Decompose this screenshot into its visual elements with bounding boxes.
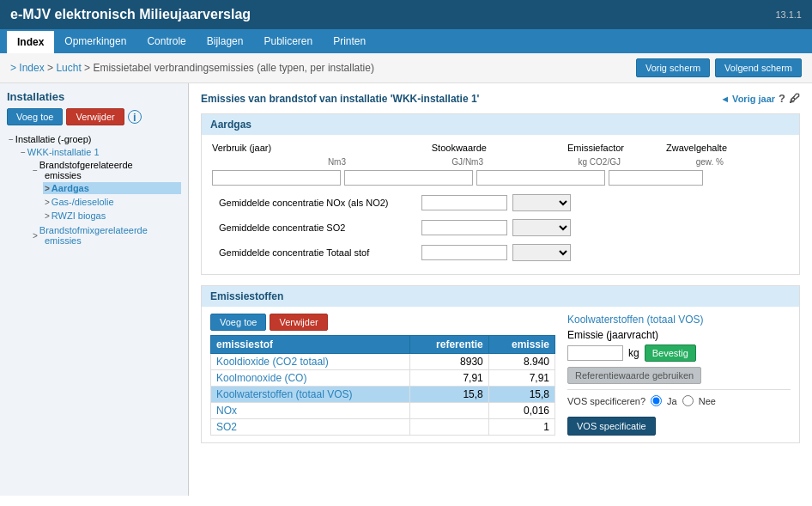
cell-emissiestof[interactable]: Koolwaterstoffen (totaal VOS) (211, 387, 410, 403)
breadcrumb-link[interactable]: > Index (10, 62, 45, 74)
th-referentie: referentie (410, 336, 489, 354)
remove-emissie-button[interactable]: Verwijder (270, 314, 327, 331)
vos-specificeren-label: VOS specificeren? (567, 396, 645, 406)
emissie-section: Voeg toe Verwijder emissiestof referenti… (210, 314, 791, 436)
emissie-right-panel: Koolwaterstoffen (totaal VOS) Emissie (j… (567, 314, 791, 436)
tree-gasdieselolie[interactable]: > Gas-/dieselolie (43, 196, 181, 208)
vos-ja-radio[interactable] (651, 395, 662, 406)
conc-so2-row: Gemiddelde concentratie SO2 mg/Nm3 mg/m3… (210, 217, 791, 238)
tree-brandstofmix[interactable]: > Brandstofmixgerelateerde emissies (31, 224, 181, 247)
cell-emissie: 15,8 (488, 387, 554, 403)
conc-so2-input[interactable] (421, 220, 507, 235)
table-row[interactable]: Koolwaterstoffen (totaal VOS) 15,8 15,8 (211, 387, 555, 403)
nav-printen[interactable]: Printen (323, 29, 376, 53)
sidebar-title: Installaties (7, 90, 181, 103)
verbruik-input[interactable]: 5.000 (212, 170, 341, 186)
cell-emissiestof[interactable]: Kooldioxide (CO2 totaal) (211, 354, 410, 370)
nav-bijlagen[interactable]: Bijlagen (197, 29, 254, 53)
unit-nm3: Nm3 (212, 155, 349, 168)
conc-totaal-input[interactable] (421, 245, 507, 260)
vos-nee-label: Nee (699, 396, 716, 406)
tree-rwzi-biogas[interactable]: > RWZI biogas (43, 210, 181, 222)
tree-installatie-group[interactable]: − Installatie (-groep) (7, 133, 181, 145)
emissiestoffen-header: Emissiestoffen (202, 286, 799, 307)
emissiestoffen-table: emissiestof referentie emissie Kooldioxi… (210, 335, 555, 436)
aardgas-card-header: Aardgas (202, 114, 799, 135)
emissiefactor-input[interactable]: 56,4 (476, 170, 605, 186)
edit-icon[interactable]: 🖊 (789, 92, 800, 105)
conc-so2-select[interactable]: mg/Nm3 mg/m3 g/GJ (512, 219, 571, 236)
emissie-btn-row: Voeg toe Verwijder (210, 314, 555, 331)
prev-screen-button[interactable]: Vorig scherm (636, 58, 710, 77)
cell-referentie (410, 419, 489, 436)
cell-emissie: 8.940 (488, 354, 554, 370)
cell-emissiestof[interactable]: SO2 (211, 419, 410, 436)
header: e-MJV elektronisch Milieujaarverslag 13.… (0, 0, 812, 29)
cell-referentie: 8930 (410, 354, 489, 370)
cell-emissie: 0,016 (488, 403, 554, 419)
emissie-jaarvracht-label: Emissie (jaarvracht) (567, 329, 791, 341)
aardgas-card: Aardgas Verbruik (jaar) Stookwaarde Emis… (201, 113, 800, 275)
col-verbruik-label: Verbruik (jaar) (212, 142, 349, 154)
conc-totaal-row: Gemiddelde concentratie Totaal stof mg/N… (210, 242, 791, 263)
tree-item-wkk: − WKK-installatie 1 − Brandstofgerelatee… (19, 145, 181, 248)
tree-item-brandstof: − Brandstofgerelateerde emissies > Aardg… (31, 158, 181, 223)
vos-ja-label: Ja (667, 396, 677, 406)
nav-index[interactable]: Index (7, 29, 54, 53)
info-icon[interactable]: i (128, 110, 142, 124)
remove-installation-button[interactable]: Verwijder (66, 108, 124, 125)
table-row[interactable]: NOx 0,016 (211, 403, 555, 419)
emissiestoffen-card: Emissiestoffen Voeg toe Verwijder emissi… (201, 285, 800, 443)
unit-gjnm3: GJ/Nm3 (349, 155, 487, 168)
conc-nox-row: Gemiddelde concentratie NOx (als NO2) mg… (210, 192, 791, 213)
conc-nox-input[interactable] (421, 195, 507, 210)
table-row[interactable]: SO2 1 (211, 419, 555, 436)
conc-nox-label: Gemiddelde concentratie NOx (als NO2) (219, 198, 416, 208)
prev-year-link[interactable]: ◄ Vorig jaar (720, 94, 775, 104)
breadcrumb-text: > Index > Lucht > Emissietabel verbrandi… (10, 62, 374, 74)
col-zwavelgehalte-label: Zwavelgehalte (624, 142, 727, 154)
main-layout: Installaties Voeg toe Verwijder i − Inst… (0, 83, 812, 496)
zwavelgehalte-input[interactable] (609, 170, 703, 186)
next-screen-button[interactable]: Volgend scherm (715, 58, 802, 77)
vos-specificeren-group: VOS specificeren? Ja Nee (567, 395, 791, 406)
installation-tree: − Installatie (-groep) − WKK-installatie… (7, 132, 181, 249)
sidebar: Installaties Voeg toe Verwijder i − Inst… (0, 83, 189, 496)
cell-emissiestof[interactable]: Koolmonoxide (CO) (211, 370, 410, 387)
stookwaarde-input[interactable]: 0,03165 (344, 170, 473, 186)
conc-totaal-select[interactable]: mg/Nm3 mg/m3 g/GJ (512, 244, 571, 261)
table-row[interactable]: Koolmonoxide (CO) 7,91 7,91 (211, 370, 555, 387)
unit-gew: gew. % (624, 155, 727, 168)
app-title: e-MJV elektronisch Milieujaarverslag (10, 7, 251, 22)
sidebar-btn-row: Voeg toe Verwijder i (7, 108, 181, 125)
add-emissie-button[interactable]: Voeg toe (210, 314, 266, 331)
cell-emissie: 1 (488, 419, 554, 436)
nav-publiceren[interactable]: Publiceren (253, 29, 323, 53)
bevestig-button[interactable]: Bevestig (645, 344, 696, 362)
conc-nox-select[interactable]: mg/Nm3 mg/m3 g/GJ (512, 194, 571, 211)
add-installation-button[interactable]: Voeg toe (7, 108, 63, 125)
content-area: Emissies van brandstof van installatie '… (189, 83, 812, 496)
emissie-value-input[interactable]: 15,8 (567, 345, 623, 361)
cell-referentie (410, 403, 489, 419)
breadcrumb-link-lucht[interactable]: Lucht (56, 62, 81, 74)
vos-nee-radio[interactable] (682, 395, 694, 406)
cell-emissie: 7,91 (488, 370, 554, 387)
nav-controle[interactable]: Controle (136, 29, 196, 53)
tree-aardgas[interactable]: > Aardgas (43, 182, 181, 194)
nav-opmerkingen[interactable]: Opmerkingen (54, 29, 136, 53)
fuel-form: Verbruik (jaar) Stookwaarde Emissiefacto… (202, 135, 799, 274)
table-row[interactable]: Kooldioxide (CO2 totaal) 8930 8.940 (211, 354, 555, 370)
app-version: 13.1.1 (775, 9, 802, 20)
emissie-table-wrap: Voeg toe Verwijder emissiestof referenti… (210, 314, 555, 436)
tree-wkk-installation[interactable]: − WKK-installatie 1 (19, 146, 181, 158)
tree-brandstof-group[interactable]: − Brandstofgerelateerde emissies (31, 159, 181, 181)
navbar: Index Opmerkingen Controle Bijlagen Publ… (0, 29, 812, 53)
section-title-text: Emissies van brandstof van installatie '… (201, 93, 479, 105)
referentiewaarde-button[interactable]: Referentiewaarde gebruiken (567, 367, 701, 384)
tree-item-group: − Installatie (-groep) − WKK-installatie… (7, 132, 181, 249)
emissie-jaarvracht-row: 15,8 kg Bevestig (567, 344, 791, 362)
cell-emissiestof[interactable]: NOx (211, 403, 410, 419)
help-icon[interactable]: ? (779, 92, 785, 105)
vos-specificatie-button[interactable]: VOS specificatie (567, 417, 656, 436)
